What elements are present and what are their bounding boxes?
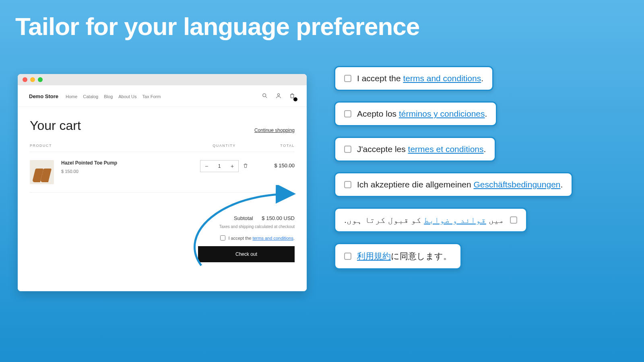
card-suffix: . — [484, 144, 486, 154]
search-icon[interactable] — [262, 93, 268, 100]
card-suffix: に同意します。 — [391, 251, 452, 261]
col-product: PRODUCT — [30, 144, 190, 148]
card-link[interactable]: términos y condiciones — [399, 109, 485, 118]
subtotal-label: Subtotal — [234, 215, 253, 221]
card-text: Acepto los términos y condiciones. — [357, 109, 487, 119]
terms-checkbox[interactable] — [344, 253, 351, 260]
language-card-0: I accept the terms and conditions. — [334, 66, 493, 91]
card-text: Ich akzeptiere die allgemeinen Geschäfts… — [357, 180, 563, 189]
terms-checkbox[interactable] — [510, 216, 517, 224]
cart-icon[interactable] — [289, 93, 295, 100]
card-text: I accept the terms and conditions. — [357, 74, 483, 83]
terms-row: I accept the terms and conditions. — [30, 235, 295, 241]
terms-checkbox[interactable] — [344, 110, 351, 117]
svg-point-2 — [277, 94, 279, 96]
store-page: Demo Store Home Catalog Blog About Us Ta… — [18, 85, 307, 291]
col-total: TOTAL — [258, 144, 295, 148]
cart-columns: PRODUCT QUANTITY TOTAL — [30, 144, 295, 152]
nav-taxform[interactable]: Tax Form — [142, 94, 161, 99]
terms-checkbox[interactable] — [344, 75, 351, 82]
product-name[interactable]: Hazel Pointed Toe Pump — [61, 160, 190, 166]
tax-note: Taxes and shipping calculated at checkou… — [30, 224, 295, 229]
nav-blog[interactable]: Blog — [104, 94, 113, 99]
cart-badge — [293, 97, 297, 101]
card-link[interactable]: terms and conditions — [403, 74, 481, 83]
nav-home[interactable]: Home — [66, 94, 77, 99]
language-card-1: Acepto los términos y condiciones. — [334, 101, 497, 126]
product-price: $ 150.00 — [61, 169, 190, 174]
cart-body: Your cart Continue shopping PRODUCT QUAN… — [18, 107, 307, 270]
svg-line-1 — [266, 97, 267, 98]
qty-value: 1 — [213, 160, 226, 172]
store-header: Demo Store Home Catalog Blog About Us Ta… — [18, 85, 307, 104]
language-card-5: 利用規約に同意します。 — [334, 243, 462, 269]
terms-prefix: I accept the — [229, 236, 253, 241]
checkout-button[interactable]: Check out — [198, 246, 295, 262]
language-card-2: J'accepte les termes et conditions. — [334, 137, 496, 162]
window-minimize-icon[interactable] — [30, 77, 35, 82]
page-headline: Tailor for your language preference — [15, 12, 419, 41]
nav-about[interactable]: About Us — [118, 94, 136, 99]
cart-row: Hazel Pointed Toe Pump $ 150.00 − 1 + $ … — [30, 152, 295, 193]
window-close-icon[interactable] — [23, 77, 27, 82]
card-prefix: Acepto los — [357, 109, 399, 118]
account-icon[interactable] — [275, 93, 282, 100]
language-cards: I accept the terms and conditions.Acepto… — [334, 66, 573, 269]
subtotal-value: $ 150.00 USD — [262, 215, 295, 221]
continue-shopping-link[interactable]: Continue shopping — [254, 128, 295, 133]
terms-checkbox[interactable] — [344, 181, 351, 188]
qty-decrease-button[interactable]: − — [200, 160, 213, 172]
card-text: J'accepte les termes et conditions. — [357, 144, 486, 154]
card-prefix: J'accepte les — [357, 144, 408, 154]
terms-checkbox[interactable] — [344, 146, 351, 153]
terms-link[interactable]: terms and conditions — [252, 236, 293, 241]
window-titlebar — [18, 74, 307, 85]
remove-item-icon[interactable] — [243, 163, 248, 170]
card-prefix: Ich akzeptiere die allgemeinen — [357, 180, 474, 189]
language-card-3: Ich akzeptiere die allgemeinen Geschäfts… — [334, 172, 573, 197]
nav-catalog[interactable]: Catalog — [83, 94, 98, 99]
card-link[interactable]: Geschäftsbedingungen — [474, 180, 561, 189]
card-suffix: . — [481, 74, 483, 83]
quantity-stepper: − 1 + — [200, 160, 239, 172]
card-suffix: کو قبول کرتا ہوں. — [344, 215, 424, 224]
terms-checkbox[interactable] — [220, 235, 225, 241]
card-text: میں قوائد و ضوابط کو قبول کرتا ہوں. — [344, 215, 504, 225]
product-thumb[interactable] — [30, 160, 54, 184]
card-suffix: . — [561, 180, 563, 189]
qty-increase-button[interactable]: + — [226, 160, 238, 172]
terms-suffix: . — [293, 236, 295, 241]
language-card-4: میں قوائد و ضوابط کو قبول کرتا ہوں. — [334, 208, 527, 232]
browser-window: Demo Store Home Catalog Blog About Us Ta… — [18, 74, 307, 291]
card-link[interactable]: 利用規約 — [357, 251, 391, 261]
line-total: $ 150.00 — [258, 160, 295, 184]
cart-title: Your cart — [30, 118, 81, 133]
card-link[interactable]: قوائد و ضوابط — [424, 215, 486, 224]
card-suffix: . — [485, 109, 487, 118]
store-name: Demo Store — [29, 93, 58, 99]
col-quantity: QUANTITY — [190, 144, 258, 148]
cart-summary: Subtotal $ 150.00 USD Taxes and shipping… — [30, 193, 295, 262]
card-link[interactable]: termes et conditions — [408, 144, 484, 154]
card-text: 利用規約に同意します。 — [357, 251, 452, 262]
card-prefix: I accept the — [357, 74, 403, 83]
card-prefix: میں — [486, 215, 504, 224]
window-zoom-icon[interactable] — [38, 77, 43, 82]
svg-point-0 — [263, 94, 266, 97]
